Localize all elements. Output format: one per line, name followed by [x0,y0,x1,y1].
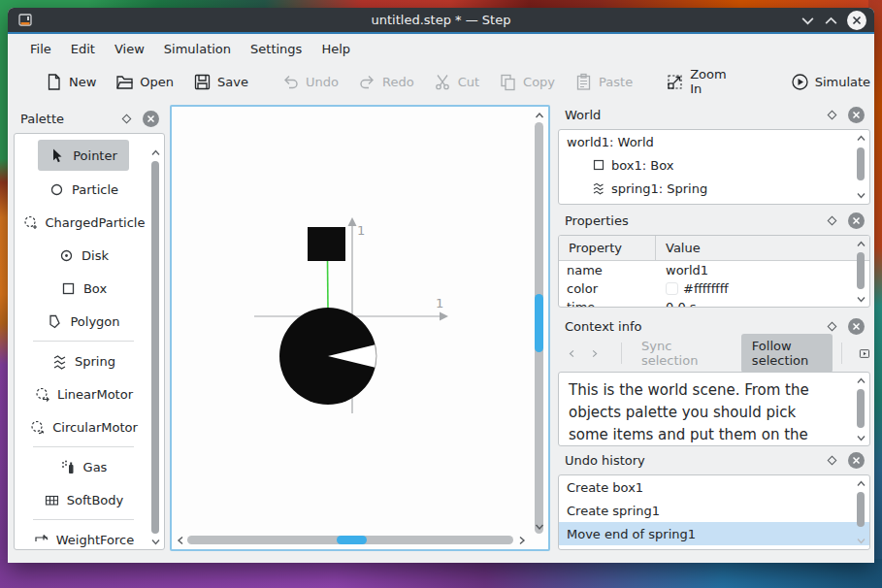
back-arrow-icon[interactable] [568,347,576,360]
palette-item-circularmotor[interactable]: CircularMotor [17,412,149,441]
canvas-hscrollbar-thumb[interactable] [337,536,367,544]
scrollbar-thumb[interactable] [857,389,865,428]
palette-item-box[interactable]: Box [49,274,118,303]
menu-file[interactable]: File [20,38,61,60]
menu-view[interactable]: View [105,38,154,60]
property-row-name[interactable]: name world1 [559,261,869,279]
scroll-up-icon[interactable] [857,480,866,487]
presentation-icon[interactable] [859,345,870,362]
tree-item-spring1[interactable]: spring1: Spring [559,177,869,200]
palette-separator [33,446,134,447]
particle-icon [49,181,65,198]
palette-scrollbar[interactable] [149,134,161,549]
palette-item-linearmotor[interactable]: LinearMotor [22,379,145,408]
scrollbar-thumb[interactable] [857,492,865,527]
undo-icon [281,73,300,91]
maximize-button[interactable] [824,15,838,26]
scrollbar-thumb[interactable] [151,161,159,534]
property-row-color[interactable]: color #ffffffff [559,279,869,298]
simulate-button[interactable]: Simulate [781,67,882,96]
scroll-left-icon[interactable] [176,536,185,545]
save-label: Save [217,75,248,89]
close-panel-icon[interactable] [848,107,865,123]
redo-button[interactable]: Redo [348,67,424,96]
close-panel-icon[interactable] [848,212,865,229]
world-title: World [565,108,829,122]
close-panel-icon[interactable] [848,318,865,335]
save-button[interactable]: Save [183,67,258,96]
zoom-in-button[interactable]: Zoom In [656,67,735,96]
menu-settings[interactable]: Settings [241,38,311,60]
palette-item-spring[interactable]: Spring [40,346,127,376]
undo-scrollbar[interactable] [855,475,866,549]
canvas-vscrollbar-thumb[interactable] [535,294,543,352]
scroll-up-icon[interactable] [151,149,160,156]
float-panel-icon[interactable] [828,455,837,465]
palette-item-chargedparticle[interactable]: ChargedParticle [14,208,156,237]
spring1-object[interactable] [328,260,329,310]
column-property[interactable]: Property [559,236,656,260]
new-button[interactable]: New [35,67,106,96]
close-panel-icon[interactable] [848,452,865,469]
context-scrollbar[interactable] [855,373,866,445]
float-panel-icon[interactable] [122,114,132,123]
open-button[interactable]: Open [106,67,183,96]
scroll-down-icon[interactable] [857,538,866,544]
close-panel-icon[interactable] [143,111,159,127]
undo-item-move-end-of-spring1[interactable]: Move end of spring1 [559,522,869,545]
menu-edit[interactable]: Edit [61,38,105,60]
float-panel-icon[interactable] [828,215,837,225]
float-panel-icon[interactable] [828,321,837,331]
scroll-up-icon[interactable] [857,241,866,247]
copy-button[interactable]: Copy [489,67,565,96]
palette-item-particle[interactable]: Particle [37,175,130,204]
scroll-up-icon[interactable] [535,111,544,120]
menu-simulation[interactable]: Simulation [154,38,241,60]
palette-item-gas[interactable]: Gas [49,452,119,481]
undo-button[interactable]: Undo [272,67,348,96]
scroll-down-icon[interactable] [857,296,866,303]
scroll-down-icon[interactable] [857,435,866,441]
titlebar[interactable]: untitled.step * — Step [8,8,874,34]
scroll-up-icon[interactable] [857,377,866,384]
palette-item-disk[interactable]: Disk [47,241,120,270]
column-value[interactable]: Value [656,236,701,260]
tree-item-world1[interactable]: world1: World [559,130,869,153]
cut-button[interactable]: Cut [424,67,489,96]
box1-object[interactable] [308,227,345,261]
disk-object[interactable] [279,308,376,405]
scroll-down-icon[interactable] [535,522,544,532]
properties-dock: Properties Property Value name world1 [558,211,870,308]
close-button[interactable] [847,11,866,30]
property-name: name [559,263,656,278]
palette-item-polygon[interactable]: Polygon [35,307,131,336]
paste-button[interactable]: Paste [565,67,642,96]
follow-selection-button[interactable]: Follow selection [741,334,833,373]
palette-item-weightforce[interactable]: WeightForce [21,525,146,550]
undo-item-create-spring1[interactable]: Create spring1 [559,499,869,522]
menu-help[interactable]: Help [311,38,360,60]
zoom-in-label: Zoom In [690,67,726,96]
world-canvas[interactable]: 1 1 [170,105,550,551]
palette-item-softbody[interactable]: SoftBody [32,485,135,514]
simulate-label: Simulate [815,75,870,89]
undo-item-create-box1[interactable]: Create box1 [559,475,869,499]
scroll-down-icon[interactable] [151,539,160,545]
scroll-down-icon[interactable] [857,192,866,199]
scrollbar-thumb[interactable] [857,147,865,180]
properties-scrollbar[interactable] [855,236,866,307]
float-panel-icon[interactable] [828,110,837,119]
sync-selection-button[interactable]: Sync selection [631,334,716,373]
polygon-icon [47,313,63,330]
scrollbar-thumb[interactable] [857,252,865,289]
palette-item-pointer[interactable]: Pointer [38,140,129,171]
property-row-time[interactable]: time 0.0 s [559,298,869,308]
disk-icon [58,247,75,264]
scroll-up-icon[interactable] [857,135,866,142]
minimize-button[interactable] [800,15,815,26]
tree-item-box1[interactable]: box1: Box [559,153,869,177]
properties-table-header[interactable]: Property Value [559,236,869,261]
forward-arrow-icon[interactable] [590,347,599,360]
world-scrollbar[interactable] [855,130,866,204]
scroll-right-icon[interactable] [517,536,527,545]
